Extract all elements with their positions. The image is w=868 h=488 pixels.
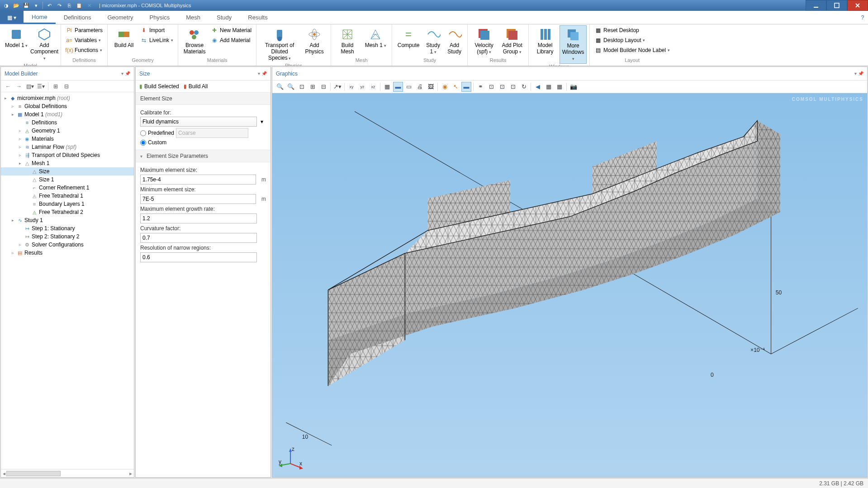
zoom-out-icon[interactable]: 🔍 [286,82,296,92]
view-1-icon[interactable]: ⊡ [486,82,496,92]
tab-geometry[interactable]: Geometry [99,11,141,24]
compute-button[interactable]: =Compute [395,25,422,51]
curvature-input[interactable] [140,233,257,243]
export-image-icon[interactable]: ▦ [544,82,554,92]
model-tree[interactable]: ▸◆micromixer.mph (root)▹≡Global Definiti… [1,92,134,469]
element-size-params-section[interactable]: ▾Element Size Parameters [136,150,270,162]
app-icon[interactable]: ◑ [2,1,11,10]
snapshot-icon[interactable]: 📷 [569,82,579,92]
zoom-in-icon[interactable]: 🔍 [275,82,285,92]
functions-button[interactable]: f(x)Functions [64,45,104,55]
file-menu-button[interactable]: ▦ ▾ [0,11,24,24]
qat-dropdown-icon[interactable]: ▾ [32,1,41,10]
node-label-button[interactable]: ▤Model Builder Node Label [593,45,672,55]
custom-radio[interactable] [140,140,146,146]
variables-button[interactable]: a=Variables [64,35,104,45]
tree-item[interactable]: ⌐Corner Refinement 1 [1,184,134,192]
browse-materials-button[interactable]: Browse Materials [181,25,208,57]
collapse-all-icon[interactable]: ⊟ [62,82,71,91]
save-icon[interactable]: 💾 [22,1,31,10]
tree-item[interactable]: ◬Free Tetrahedral 1 [1,192,134,200]
transparency-icon[interactable]: ▬ [393,82,403,92]
add-material-button[interactable]: ◉Add Material [209,35,253,45]
build-all-button[interactable]: ▮Build All [184,83,208,90]
add-component-button[interactable]: Add Component [31,25,58,63]
zoom-extents-icon[interactable]: ⊞ [308,82,318,92]
transport-physics-button[interactable]: Transport of Diluted Species [259,25,300,63]
new-material-button[interactable]: ✚New Material [209,25,253,35]
delete-icon[interactable]: ✕ [85,1,94,10]
tab-physics[interactable]: Physics [141,11,178,24]
wireframe-icon[interactable]: ▭ [404,82,414,92]
parameters-button[interactable]: PiParameters [64,25,104,35]
maximize-button[interactable] [826,0,847,11]
minimize-button[interactable] [806,0,826,11]
xz-icon[interactable]: xz [368,82,378,92]
yz-icon[interactable]: yz [357,82,367,92]
tree-item[interactable]: ▸△Mesh 1 [1,159,134,167]
scene-light-icon[interactable]: ◉ [440,82,450,92]
velocity-button[interactable]: Velocity (spf) [470,25,498,57]
zoom-selected-icon[interactable]: ⊟ [318,82,328,92]
mesh-dropdown-button[interactable]: Mesh 1 [362,25,389,51]
predefined-radio[interactable] [140,130,146,136]
zoom-box-icon[interactable]: ⊡ [297,82,307,92]
copy-icon[interactable]: ⎘ [65,1,74,10]
panel-controls-icon[interactable]: ▾ 📌 [854,71,863,76]
tree-item[interactable]: ▹▤Results [1,249,134,257]
xy-view-icon[interactable]: ↗▾ [332,82,342,92]
tree-item[interactable]: ▸◆micromixer.mph (root) [1,94,134,102]
build-selected-button[interactable]: ▮Build Selected [139,83,179,90]
tab-mesh[interactable]: Mesh [178,11,209,24]
study-dropdown-button[interactable]: Study 1 [423,25,443,57]
tree-item[interactable]: ▹◬Geometry 1 [1,127,134,135]
growth-rate-input[interactable] [140,213,257,223]
tree-item[interactable]: ◬Free Tetrahedral 2 [1,208,134,216]
help-icon[interactable]: ? [857,11,868,24]
open-icon[interactable]: 📂 [12,1,21,10]
model-library-button[interactable]: Model Library [531,25,559,57]
tree-item[interactable]: ▹⇶Transport of Diluted Species [1,151,134,159]
xy-icon[interactable]: xy [346,82,356,92]
min-size-input[interactable] [140,194,256,204]
redo-icon[interactable]: ↷ [55,1,64,10]
reset-desktop-button[interactable]: ▦Reset Desktop [593,25,672,35]
tree-item[interactable]: ≡Definitions [1,118,134,127]
image-icon[interactable]: 🖼 [426,82,436,92]
tree-item[interactable]: ≡Boundary Layers 1 [1,200,134,208]
panel-controls-icon[interactable]: ▾ 📌 [121,71,130,76]
tree-item[interactable]: ▸∿Study 1 [1,216,134,224]
next-icon[interactable]: ▦ [555,82,564,92]
tree-item[interactable]: ▸▦Model 1 (mod1) [1,110,134,118]
expand-icon[interactable]: ⊞ [51,82,60,91]
add-study-button[interactable]: Add Study [444,25,465,57]
undo-icon[interactable]: ↶ [45,1,54,10]
model-button[interactable]: Model 1 [3,25,30,51]
calibrate-for-select[interactable]: Fluid dynamics [140,117,257,127]
horizontal-scrollbar[interactable]: ◂ ▸ [1,469,134,477]
desktop-layout-button[interactable]: ▦Desktop Layout [593,35,672,45]
default-view-icon[interactable]: ▦ [382,82,392,92]
tree-item[interactable]: ▹≋Laminar Flow (spf) [1,143,134,151]
link-icon[interactable]: ⚭ [475,82,485,92]
add-physics-button[interactable]: Add Physics [301,25,328,57]
panel-controls-icon[interactable]: ▾ 📌 [258,71,267,76]
more-windows-button[interactable]: More Windows [560,25,587,64]
build-all-button[interactable]: Build All [110,25,138,51]
tab-results[interactable]: Results [240,11,275,24]
close-button[interactable] [847,0,868,11]
graphics-canvas[interactable]: COMSOL MULTIPHYSICS 50 0 ×10⁻⁴ 10 [272,93,867,477]
back-icon[interactable]: ← [4,82,13,91]
select-icon[interactable]: ↖ [451,82,460,92]
paste-icon[interactable]: 📋 [75,1,84,10]
tab-definitions[interactable]: Definitions [56,11,100,24]
max-size-input[interactable] [140,175,256,185]
tree-item[interactable]: ↦Step 2: Stationary 2 [1,232,134,241]
tab-study[interactable]: Study [209,11,240,24]
refresh-icon[interactable]: ↻ [519,82,529,92]
print-icon[interactable]: 🖨 [415,82,425,92]
clip-icon[interactable]: ▬ [461,82,471,92]
tree-item[interactable]: △Size 1 [1,175,134,184]
tree-item[interactable]: ▹≡Global Definitions [1,102,134,110]
view-2-icon[interactable]: ⊡ [497,82,507,92]
